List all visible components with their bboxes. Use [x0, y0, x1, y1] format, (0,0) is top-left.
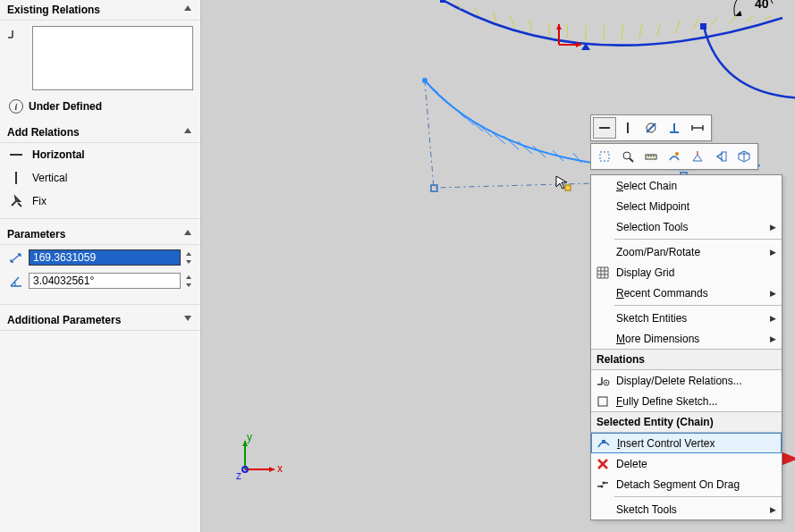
menu-delete[interactable]: Delete	[591, 453, 782, 474]
tool-3dview-icon[interactable]	[732, 146, 756, 167]
menu-select-chain[interactable]: Select Chain	[591, 175, 782, 196]
tool-measure-icon[interactable]	[639, 146, 663, 167]
svg-line-11	[622, 24, 623, 39]
svg-line-26	[452, 106, 465, 118]
angle-input[interactable]	[29, 273, 181, 289]
fully-define-icon	[595, 393, 611, 410]
menu-recent-commands[interactable]: Recent Commands▶	[591, 283, 782, 303]
parameters-title: Parameters	[7, 228, 65, 241]
length-input[interactable]	[29, 249, 181, 266]
tool-convert-icon[interactable]	[663, 146, 686, 167]
grid-icon	[595, 265, 611, 281]
menu-label: Display Grid	[616, 266, 776, 279]
existing-relations-list[interactable]	[32, 26, 193, 90]
parameters-header[interactable]: Parameters	[0, 224, 200, 245]
tool-vertical-line-icon[interactable]	[616, 117, 639, 139]
svg-point-46	[422, 78, 427, 83]
svg-line-35	[573, 153, 581, 163]
tool-construction-icon[interactable]	[593, 146, 616, 167]
parameter-length-row	[7, 249, 193, 266]
svg-rect-45	[431, 185, 437, 191]
svg-point-68	[623, 152, 630, 159]
angle-spinner[interactable]	[184, 273, 193, 289]
angle-dimension: 40	[732, 0, 774, 16]
menu-section-selected-entity: Selected Entity (Chain)	[591, 411, 782, 433]
add-relations-title: Add Relations	[7, 126, 80, 139]
menu-select-midpoint[interactable]: Select Midpoint	[591, 196, 782, 216]
relation-label: Fix	[32, 195, 47, 207]
expand-icon[interactable]	[184, 316, 193, 325]
length-icon	[7, 249, 25, 266]
parameter-angle-row	[7, 272, 193, 290]
menu-label: Select Chain	[616, 180, 776, 192]
menu-more-dimensions[interactable]: More Dimensions▶	[591, 328, 782, 349]
horizontal-icon	[7, 146, 25, 164]
relation-label: Vertical	[32, 172, 67, 184]
tool-dimension-icon[interactable]	[686, 117, 709, 139]
svg-point-74	[675, 152, 679, 156]
relation-placeholder-icon	[5, 26, 21, 42]
svg-line-6	[529, 20, 532, 32]
angle-icon	[7, 272, 25, 290]
context-toolbar-2	[590, 143, 758, 170]
menu-display-grid[interactable]: Display Grid	[591, 262, 782, 283]
origin-triad-icon	[550, 22, 586, 58]
submenu-arrow-icon: ▶	[770, 505, 776, 514]
fix-icon	[7, 192, 25, 210]
svg-rect-47	[700, 23, 706, 30]
svg-marker-51	[576, 42, 581, 47]
svg-marker-55	[269, 467, 275, 472]
relation-label: Horizontal	[32, 148, 85, 161]
svg-line-23	[430, 86, 438, 93]
menu-zoom-pan-rotate[interactable]: Zoom/Pan/Rotate▶	[591, 241, 782, 262]
menu-label: Select Midpoint	[616, 200, 776, 213]
submenu-arrow-icon: ▶	[770, 289, 776, 298]
property-panel: Existing Relations i Under Defined Add R…	[0, 0, 201, 532]
relation-vertical[interactable]: Vertical	[7, 166, 193, 190]
svg-rect-20	[440, 0, 445, 3]
tool-line-icon[interactable]	[593, 117, 616, 139]
tool-zoom-icon[interactable]	[616, 146, 639, 167]
menu-selection-tools[interactable]: Selection Tools▶	[591, 216, 782, 237]
submenu-arrow-icon: ▶	[770, 334, 776, 343]
menu-label: Detach Segment On Drag	[616, 478, 776, 491]
relation-fix[interactable]: Fix	[7, 190, 193, 213]
svg-text:x: x	[277, 462, 283, 475]
svg-text:z: z	[236, 469, 241, 482]
svg-rect-80	[602, 440, 605, 443]
tool-perpendicular-icon[interactable]	[663, 117, 686, 139]
svg-line-4	[493, 12, 496, 22]
menu-sketch-entities[interactable]: Sketch Entities▶	[591, 308, 782, 328]
relation-horizontal[interactable]: Horizontal	[7, 143, 193, 166]
svg-line-5	[511, 16, 514, 28]
existing-relations-header[interactable]: Existing Relations	[0, 0, 200, 21]
tool-normal-to-icon[interactable]	[686, 146, 709, 167]
menu-detach-segment[interactable]: Detach Segment On Drag	[591, 474, 782, 494]
collapse-icon[interactable]	[184, 5, 193, 14]
svg-line-14	[675, 21, 680, 33]
add-relations-header[interactable]: Add Relations	[0, 122, 200, 143]
svg-point-83	[601, 485, 604, 487]
tool-exit-icon[interactable]	[709, 146, 732, 167]
menu-label: Recent Commands	[616, 287, 765, 300]
menu-label: Sketch Tools	[616, 503, 765, 516]
menu-label: Insert Control Vertex	[617, 437, 775, 450]
context-toolbar-1	[590, 114, 712, 141]
length-spinner[interactable]	[184, 249, 193, 266]
definition-status: i Under Defined	[0, 96, 200, 122]
cursor-icon	[554, 174, 572, 192]
tool-tangent-icon[interactable]	[639, 117, 663, 139]
menu-sketch-tools[interactable]: Sketch Tools▶	[591, 499, 782, 519]
additional-parameters-header[interactable]: Additional Parameters	[0, 310, 200, 331]
menu-insert-control-vertex[interactable]: Insert Control Vertex	[591, 433, 782, 453]
info-icon: i	[9, 99, 23, 114]
svg-line-13	[657, 22, 661, 36]
menu-fully-define-sketch[interactable]: Fully Define Sketch...	[591, 391, 782, 411]
menu-display-delete-relations[interactable]: Display/Delete Relations...	[591, 370, 782, 391]
view-triad-icon: x y z	[234, 434, 283, 483]
svg-rect-67	[600, 152, 609, 161]
collapse-icon[interactable]	[184, 230, 193, 239]
svg-line-10	[604, 25, 605, 40]
collapse-icon[interactable]	[184, 128, 193, 137]
insert-vertex-icon	[596, 435, 612, 452]
